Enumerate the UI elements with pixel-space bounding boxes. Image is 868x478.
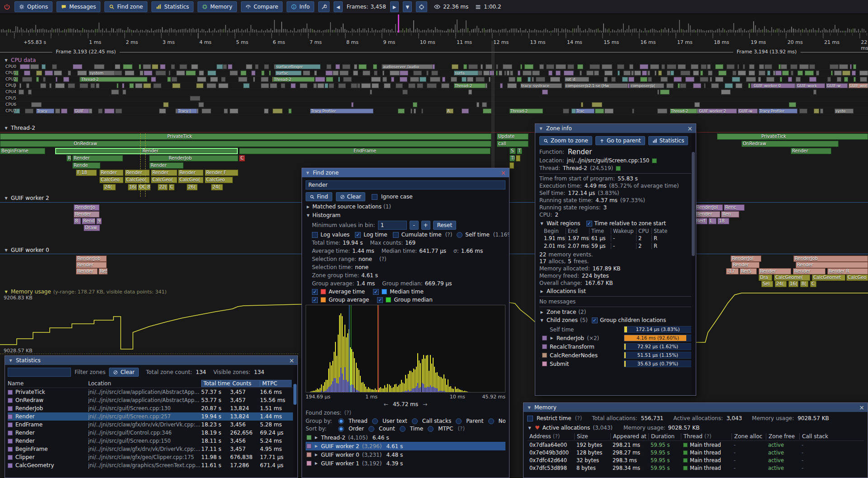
cpu-zone[interactable]: system: [89, 71, 115, 76]
timeline-zone[interactable]: CalcGeo: [99, 177, 123, 183]
cpu-zone[interactable]: Tracy: [36, 109, 54, 114]
zone-info-button-0[interactable]: Zoom to zone: [539, 136, 592, 145]
reset-button[interactable]: Reset: [433, 221, 457, 230]
memory-table-row[interactable]: 0x7dfc42d64032 bytes298.3 ms59.95 sMain …: [527, 456, 864, 464]
cpu-zone[interactable]: GUIF: [74, 109, 89, 114]
timeline-zone[interactable]: 8: [74, 218, 81, 224]
child-zone-row[interactable]: Submit35.63 μs (0.79%): [539, 360, 692, 368]
histogram-plot[interactable]: [306, 305, 505, 393]
timeline-zone[interactable]: C: [169, 184, 175, 190]
memory-table-row[interactable]: 0x7dfc53d8988 bytes298.34 ms59.95 sMain …: [527, 464, 864, 472]
timeline-zone[interactable]: Sel: [761, 281, 773, 287]
cpu-zone[interactable]: Trac: [576, 109, 594, 114]
timeline-zone[interactable]: 24(: [103, 184, 116, 190]
statistics-row[interactable]: Renderjni/../jni/src/guif/Screen.cpp:150…: [8, 437, 295, 445]
timeline-zone[interactable]: PrivateTick: [717, 133, 868, 140]
column-header-0[interactable]: Name: [8, 380, 88, 387]
timeline-zone[interactable]: Render: [178, 170, 203, 176]
timeline-zone[interactable]: EndFrame: [239, 148, 491, 154]
timeline-zone[interactable]: C: [810, 281, 816, 287]
statistics-scrollbar[interactable]: [293, 366, 297, 477]
timeline-zone[interactable]: RenderJob: [149, 155, 238, 161]
filter-zones-input[interactable]: [8, 368, 71, 377]
statistics-row[interactable]: RenderJobjni/../jni/src/guif/Screen.cpp:…: [8, 404, 295, 412]
timeline-zone[interactable]: T: [517, 148, 522, 154]
cpu-zone[interactable]: audioserver /audio: [382, 64, 433, 69]
timeline-zone[interactable]: Renc: [724, 204, 745, 211]
thread-header[interactable]: ▼GUIF worker 0: [4, 247, 49, 253]
child-zone-row[interactable]: ▶RenderJob(×2)4.16 ms (92.60%): [539, 334, 692, 342]
timeline-zone[interactable]: Ren: [721, 211, 739, 218]
timeline-zone[interactable]: CalcGeome(: [774, 274, 810, 281]
group-by-option-radio[interactable]: [456, 418, 462, 424]
memory-usage-header[interactable]: ▼Memory usage(y-range: 178.27 KB, visibl…: [4, 289, 167, 295]
timeline-zone[interactable]: Re5: [99, 268, 108, 274]
timeline-zone[interactable]: call: [497, 141, 528, 147]
scrollbar-thumb[interactable]: [293, 384, 297, 405]
min-bin-plus-button[interactable]: +: [421, 221, 430, 230]
group-by-option-radio[interactable]: [338, 418, 344, 424]
timeline-zone[interactable]: Render: [695, 211, 720, 218]
column-sort-3[interactable]: Counts: [230, 380, 260, 387]
timeline-zone[interactable]: RerS: [740, 268, 757, 274]
timeline-zone[interactable]: Tl: [509, 155, 515, 161]
column-sort-2[interactable]: Total time: [201, 380, 230, 387]
cpu-zone[interactable]: GUIF-w: [738, 109, 758, 114]
timeline-zone[interactable]: S: [509, 148, 516, 154]
active-allocations-row[interactable]: ▼♥Active allocations(3,043)Memory usage:…: [527, 423, 864, 432]
zone-info-button-1[interactable]: Go to parent: [595, 136, 645, 145]
timeline-zone[interactable]: Render R: [827, 268, 868, 274]
cpu-zone[interactable]: Thread-2: [80, 77, 147, 82]
timeline-zone[interactable]: Render: [76, 268, 98, 274]
timeline-zone[interactable]: Render: [72, 155, 123, 161]
timeline-zone[interactable]: CalcGeo: [205, 177, 233, 183]
statistics-clear-button[interactable]: Clear: [109, 368, 138, 377]
group-children-checkbox[interactable]: ✓: [592, 317, 598, 323]
option-checkbox-1[interactable]: ✓: [355, 232, 361, 238]
thread-header[interactable]: ▼GUIF worker 2: [4, 195, 49, 201]
statistics-row[interactable]: BeginFramejni/../jni/src/claw/gfx/drv/vk…: [8, 445, 295, 453]
column-header-1[interactable]: Location: [88, 380, 201, 387]
memory-col-header[interactable]: Appeared at: [610, 433, 648, 440]
memory-table-row[interactable]: 0x7dfaa64e00192 bytes298.21 ms59.95 sMai…: [527, 441, 864, 449]
cpu-zone[interactable]: surfa: [454, 71, 478, 76]
timeline-zone[interactable]: L: [708, 218, 717, 224]
statistics-row[interactable]: CalcGeometryjni/../jni/src/claw/graphics…: [8, 461, 295, 469]
memory-col-header[interactable]: Zone free: [766, 433, 799, 440]
option-checkbox-2[interactable]: [393, 232, 399, 238]
statistics-row[interactable]: EndFramejni/../jni/src/claw/gfx/drv/vk/D…: [8, 421, 295, 429]
found-zone-group[interactable]: ▶Thread-2(4,105)6.46 s: [306, 433, 505, 442]
memory-col-header[interactable]: Duration: [648, 433, 681, 440]
close-icon[interactable]: ×: [687, 125, 693, 132]
option-checkbox-3[interactable]: [457, 232, 462, 238]
cpu-zone[interactable]: Tracy Profiler: [310, 109, 373, 114]
child-zone-row[interactable]: RecalcTransform72.92 μs (1.62%): [539, 342, 692, 351]
timeline-zone[interactable]: Render: [796, 262, 868, 268]
child-zone-row[interactable]: CalcRenderNodes51.51 μs (1.15%): [539, 351, 692, 360]
timeline-zone[interactable]: 24(: [211, 184, 223, 190]
timeline-zone[interactable]: 22(: [158, 184, 168, 190]
group-by-option-radio[interactable]: [488, 418, 494, 424]
cpu-zone[interactable]: surfac: [275, 71, 302, 76]
timeline-zone[interactable]: Render: [55, 148, 238, 154]
cpu-zone[interactable]: Thread-2: [454, 83, 486, 88]
cpu-zone[interactable]: composer@2.1-se (Hw: [565, 83, 628, 88]
timeline-zone[interactable]: C: [239, 155, 245, 161]
cpu-zone[interactable]: GUIF-work: [796, 83, 825, 88]
timeline-zone[interactable]: CalcGeo: [846, 274, 868, 281]
statistics-row[interactable]: Renderjni/../jni/src/guif/Control.cpp:34…: [8, 429, 295, 437]
cpu-zone[interactable]: GUIF-w: [826, 83, 848, 88]
timeline-zone[interactable]: Render F: [205, 170, 238, 176]
ignore-case-checkbox[interactable]: [372, 194, 377, 200]
sort-by-option-radio[interactable]: [368, 426, 374, 432]
timeline-zone[interactable]: [509, 162, 514, 169]
child-zones-row[interactable]: ▼Child zones(5)✓Group children locations: [539, 317, 692, 323]
timeline-zone[interactable]: Draw: [84, 225, 100, 231]
timeline-zone[interactable]: [516, 155, 520, 161]
relative-time-checkbox[interactable]: ✓: [586, 221, 592, 227]
cpu-zone[interactable]: Thread-2: [670, 109, 697, 114]
timeline-zone[interactable]: Dra: [759, 274, 772, 281]
option-checkbox-0[interactable]: [312, 232, 318, 238]
found-zone-group[interactable]: ▶GUIF worker 1(3,192)4.39 s: [306, 459, 505, 468]
scrollbar-thumb[interactable]: [692, 152, 695, 256]
